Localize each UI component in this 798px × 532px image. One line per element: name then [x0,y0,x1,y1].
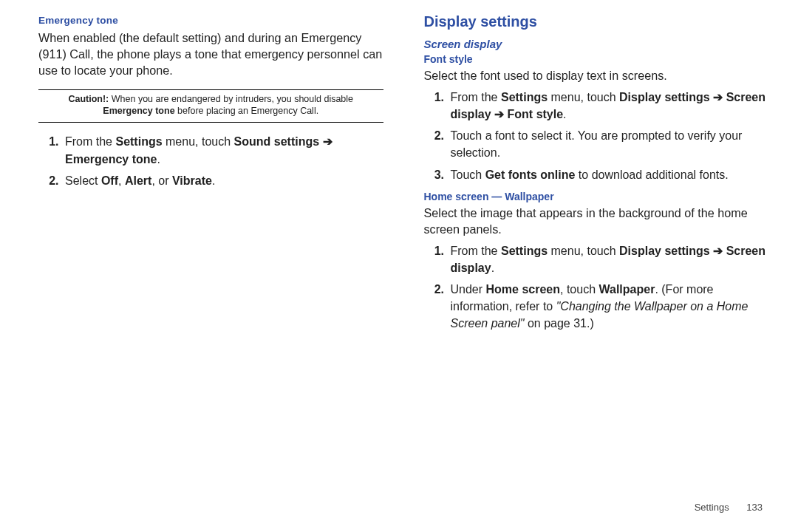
caution-note: Caution!: When you are endangered by int… [38,93,383,118]
home-step-2: Under Home screen, touch Wallpaper. (For… [448,281,769,332]
arrow-icon: ➔ [319,135,332,148]
manual-page: Emergency tone When enabled (the default… [0,0,798,336]
caution-text-b: Emergency tone [103,106,174,116]
step-1: From the Settings menu, touch Sound sett… [62,133,383,167]
heading-screen-display: Screen display [424,38,769,50]
heading-emergency-tone: Emergency tone [38,15,383,26]
heading-display-settings: Display settings [424,13,769,30]
page-footer: Settings 133 [695,502,763,513]
font-style-description: Select the font used to display text in … [424,68,769,84]
heading-font-style: Font style [424,53,769,65]
caution-text-a: When you are endangered by intruders, yo… [109,94,353,104]
heading-home-wallpaper: Home screen — Wallpaper [424,191,769,202]
home-wallpaper-steps: From the Settings menu, touch Display se… [427,242,769,332]
caution-rule-bottom [38,122,383,123]
arrow-icon: ➔ [710,91,726,103]
step-2: Select Off, Alert, or Vibrate. [62,172,383,189]
emergency-steps: From the Settings menu, touch Sound sett… [41,133,383,189]
caution-rule-top [38,89,383,90]
font-step-2: Touch a font to select it. You are promp… [448,127,769,161]
arrow-icon: ➔ [710,245,726,257]
home-step-1: From the Settings menu, touch Display se… [448,242,769,276]
footer-page-number: 133 [746,502,763,513]
emergency-tone-description: When enabled (the default setting) and d… [38,30,383,79]
font-step-1: From the Settings menu, touch Display se… [448,89,769,123]
home-wallpaper-description: Select the image that appears in the bac… [424,205,769,238]
right-column: Display settings Screen display Font sty… [424,13,769,336]
font-step-3: Touch Get fonts online to download addit… [448,166,769,183]
font-style-steps: From the Settings menu, touch Display se… [427,89,769,183]
caution-text-c: before placing an Emergency Call. [175,106,319,116]
arrow-icon: ➔ [491,108,508,120]
left-column: Emergency tone When enabled (the default… [38,13,383,336]
footer-section: Settings [695,502,729,513]
caution-label: Caution!: [68,94,109,104]
